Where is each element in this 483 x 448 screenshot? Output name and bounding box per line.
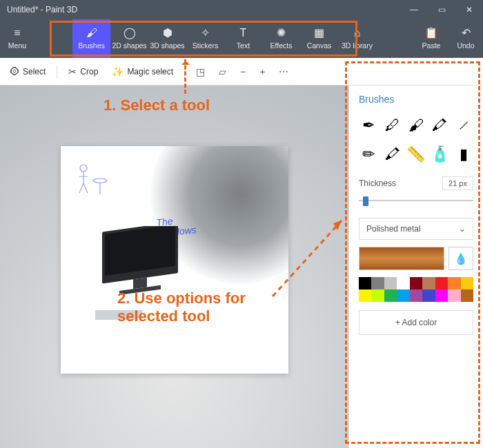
svg-rect-6 — [95, 310, 144, 320]
zoom-in-button[interactable]: + — [255, 63, 269, 80]
crop-tool[interactable]: ✂ Crop — [64, 63, 102, 80]
brush-marker[interactable]: ✒ — [359, 114, 378, 136]
color-swatch[interactable] — [461, 277, 473, 289]
tab-3d-shapes[interactable]: ⬢ 3D shapes — [148, 19, 186, 58]
color-swatch[interactable] — [461, 289, 473, 302]
crop-label: Crop — [80, 67, 98, 77]
color-swatch[interactable] — [371, 289, 384, 302]
tab-label: 2D shapes — [112, 41, 146, 50]
tab-3d-library[interactable]: ⌂ 3D library — [338, 19, 376, 58]
brush-oil[interactable]: 🖌 — [406, 114, 426, 136]
more-button[interactable]: ⋯ — [275, 63, 293, 80]
brush-watercolor[interactable]: 🖍 — [430, 114, 449, 136]
material-value: Polished metal — [366, 224, 421, 234]
tab-label: 3D shapes — [150, 41, 184, 50]
color-swatch[interactable] — [397, 277, 409, 289]
brush-eraser[interactable]: 📏 — [406, 143, 426, 165]
ribbon: ≡ Menu 🖌 Brushes ◯ 2D shapes ⬢ 3D shapes… — [0, 19, 483, 58]
color-swatch[interactable] — [410, 277, 422, 289]
color-swatch[interactable] — [422, 289, 435, 302]
magic-select-tool[interactable]: ✨ Magic select — [108, 63, 177, 80]
menu-button[interactable]: ≡ Menu — [0, 19, 34, 58]
canvas[interactable]: The Windows Club — [61, 146, 288, 374]
tab-label: 3D library — [342, 41, 373, 50]
zoom-out-button[interactable]: − — [236, 63, 250, 80]
svg-point-0 — [80, 165, 87, 172]
view-3d-button[interactable]: ◳ — [192, 63, 209, 80]
secondary-toolbar: ⭗ Select ✂ Crop ✨ Magic select ◳ ▱ − + ⋯ — [0, 58, 483, 85]
magic-select-icon: ✨ — [112, 66, 124, 77]
2d-shapes-icon: ◯ — [124, 28, 136, 39]
brush-spray[interactable]: 🧴 — [430, 143, 449, 165]
chevron-down-icon: ⌄ — [459, 224, 466, 234]
tab-label: Effects — [270, 41, 293, 50]
maximize-button[interactable]: ▭ — [428, 5, 455, 14]
view-flat-button[interactable]: ▱ — [215, 63, 230, 80]
canvas-area[interactable]: The Windows Club — [0, 85, 348, 448]
undo-button[interactable]: ↶ Undo — [448, 19, 483, 58]
brush-fill[interactable]: ▮ — [454, 143, 473, 165]
cube-icon: ◳ — [196, 66, 205, 77]
brush-calligraphy[interactable]: 🖊 — [382, 114, 402, 136]
app-title: Untitled* - Paint 3D — [7, 5, 77, 14]
side-panel: Brushes ✒ 🖊 🖌 🖍 ⟋ ✏ 🖍 📏 🧴 ▮ Thickness 21… — [348, 85, 483, 448]
undo-icon: ↶ — [462, 28, 471, 39]
tab-label: Brushes — [78, 41, 105, 50]
select-tool[interactable]: ⭗ Select — [6, 63, 50, 80]
color-swatch[interactable] — [448, 289, 460, 302]
color-swatch[interactable] — [422, 277, 435, 289]
color-swatch[interactable] — [448, 277, 460, 289]
brush-crayon[interactable]: 🖍 — [382, 143, 402, 165]
color-palette — [359, 277, 473, 302]
tab-canvas[interactable]: ▦ Canvas — [300, 19, 338, 58]
undo-label: Undo — [457, 41, 474, 50]
tab-label: Stickers — [193, 41, 218, 50]
doodle — [71, 160, 112, 203]
minimize-button[interactable]: — — [400, 5, 428, 14]
tab-2d-shapes[interactable]: ◯ 2D shapes — [110, 19, 148, 58]
brush-grid: ✒ 🖊 🖌 🖍 ⟋ ✏ 🖍 📏 🧴 ▮ — [359, 114, 473, 165]
magic-label: Magic select — [127, 67, 173, 77]
material-dropdown[interactable]: Polished metal ⌄ — [359, 218, 473, 240]
ellipsis-icon: ⋯ — [279, 66, 288, 77]
thickness-value[interactable]: 21 px — [442, 176, 473, 190]
color-swatch[interactable] — [384, 277, 397, 289]
add-color-button[interactable]: + Add color — [359, 310, 473, 335]
color-swatch[interactable] — [435, 289, 448, 302]
canvas-icon: ▦ — [314, 28, 324, 39]
thickness-slider[interactable] — [359, 194, 473, 207]
app-window: Untitled* - Paint 3D — ▭ ✕ ≡ Menu 🖌 Brus… — [0, 0, 483, 448]
paste-button[interactable]: 📋 Paste — [414, 19, 448, 58]
svg-point-1 — [93, 179, 107, 183]
paste-icon: 📋 — [424, 28, 438, 39]
tab-label: Canvas — [307, 41, 332, 50]
color-swatch[interactable] — [410, 289, 422, 302]
color-swatch[interactable] — [397, 289, 409, 302]
brush-icon: 🖌 — [86, 28, 97, 39]
workspace: The Windows Club — [0, 85, 483, 448]
color-swatch[interactable] — [371, 277, 384, 289]
color-swatch[interactable] — [359, 277, 371, 289]
tab-brushes[interactable]: 🖌 Brushes — [72, 19, 110, 58]
close-button[interactable]: ✕ — [455, 5, 483, 14]
3d-shapes-icon: ⬢ — [163, 28, 172, 39]
effects-icon: ✺ — [277, 28, 286, 39]
crop-icon: ✂ — [68, 66, 77, 77]
color-swatch[interactable] — [435, 277, 448, 289]
monitor-drawing — [95, 226, 213, 332]
brush-pencil[interactable]: ✏ — [359, 143, 378, 165]
current-color-swatch[interactable] — [359, 247, 444, 270]
minus-icon: − — [240, 66, 246, 77]
select-label: Select — [23, 67, 46, 77]
flat-icon: ▱ — [219, 66, 226, 77]
tab-text[interactable]: T Text — [224, 19, 262, 58]
tab-stickers[interactable]: ✧ Stickers — [186, 19, 224, 58]
eyedropper-button[interactable]: 💧 — [448, 247, 473, 270]
tab-effects[interactable]: ✺ Effects — [262, 19, 300, 58]
thickness-row: Thickness 21 px — [359, 176, 473, 190]
3d-library-icon: ⌂ — [354, 28, 361, 39]
separator — [184, 65, 185, 79]
color-swatch[interactable] — [384, 289, 397, 302]
color-swatch[interactable] — [359, 289, 371, 302]
brush-pixel[interactable]: ⟋ — [454, 114, 473, 136]
